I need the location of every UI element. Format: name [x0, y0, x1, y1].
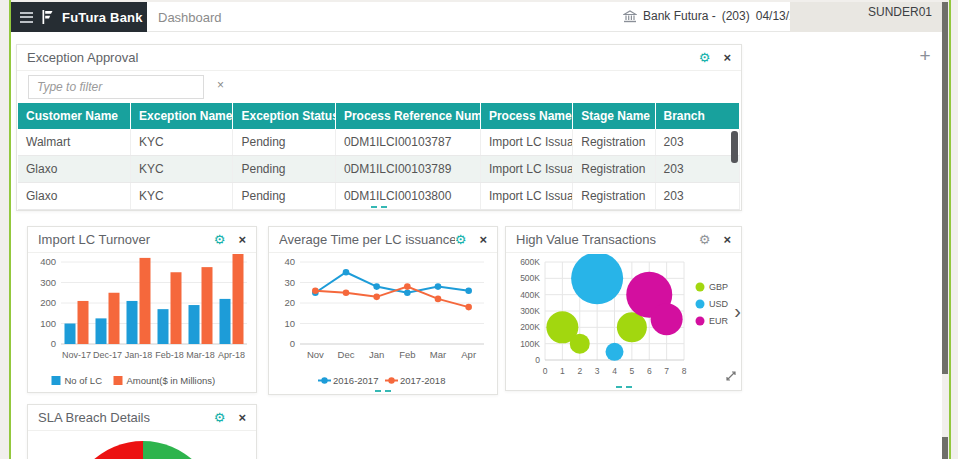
page-scrollbar-button[interactable] [942, 437, 948, 459]
expand-icon[interactable] [726, 367, 736, 385]
data-point[interactable] [404, 289, 411, 296]
svg-text:Dec: Dec [338, 349, 355, 360]
bar[interactable] [127, 301, 138, 344]
close-icon[interactable]: × [723, 233, 731, 246]
widget-high-value-transactions: High Value Transactions ⚙ × 012345678010… [505, 226, 742, 391]
svg-text:300: 300 [40, 277, 56, 288]
table-cell: Pending [233, 129, 335, 156]
table-row[interactable]: GlaxoKYCPending0DM1ILCI00103789Import LC… [18, 156, 740, 183]
bar[interactable] [220, 299, 231, 344]
widget-title: Exception Approval [27, 50, 699, 65]
resize-handle[interactable] [375, 390, 391, 392]
bar[interactable] [189, 305, 200, 344]
column-header[interactable]: Exception Name [131, 103, 233, 129]
close-icon[interactable]: × [479, 233, 487, 246]
username[interactable]: SUNDER01 [868, 5, 932, 19]
pie-chart [68, 441, 218, 459]
filter-row: × [17, 71, 741, 103]
resize-handle[interactable] [371, 206, 387, 208]
settings-gear-icon[interactable]: ⚙ [214, 233, 226, 246]
settings-gear-icon[interactable]: ⚙ [214, 411, 226, 424]
bubble[interactable] [571, 254, 623, 304]
close-icon[interactable]: × [238, 411, 246, 424]
settings-gear-icon[interactable]: ⚙ [699, 233, 711, 246]
bar[interactable] [171, 272, 182, 344]
data-point[interactable] [465, 304, 472, 311]
svg-text:1: 1 [560, 366, 565, 376]
legend-item[interactable]: Amount($ in Millions) [114, 375, 216, 386]
column-header[interactable]: Branch [655, 103, 739, 129]
column-header[interactable]: Process Name [480, 103, 572, 129]
data-point[interactable] [343, 289, 350, 296]
resize-handle[interactable] [616, 386, 632, 388]
svg-text:Jan: Jan [369, 349, 384, 360]
bank-selector[interactable]: Bank Futura - (203) 04/13/18 [623, 9, 802, 23]
legend-item[interactable]: 2016-2017 [318, 375, 378, 386]
settings-gear-icon[interactable]: ⚙ [455, 233, 467, 246]
table-row[interactable]: WalmartKYCPending0DM1ILCI00103787Import … [18, 129, 740, 156]
menu-icon[interactable] [20, 9, 33, 25]
legend-item[interactable]: 2017-2018 [385, 375, 445, 386]
svg-text:No of LC: No of LC [65, 375, 103, 386]
close-icon[interactable]: × [238, 233, 246, 246]
chart-svg: 010203040NovDecJanFebMarApr2016-20172017… [272, 254, 494, 390]
user-area: SUNDER01 [790, 2, 942, 32]
bubble-chart: 0123456780100K200K300K400K500K600KGBPUSD… [509, 254, 740, 388]
bubble[interactable] [651, 303, 683, 335]
clear-filter-icon[interactable]: × [217, 78, 224, 92]
table-cell: Import LC Issuance [480, 129, 572, 156]
legend-item[interactable]: GBP [696, 282, 729, 292]
page-scrollbar[interactable] [942, 2, 948, 374]
svg-text:Apr: Apr [461, 349, 476, 360]
carousel-next-icon[interactable]: › [734, 301, 741, 321]
bar[interactable] [78, 301, 89, 344]
settings-gear-icon[interactable]: ⚙ [699, 51, 711, 64]
svg-text:Jan-18: Jan-18 [125, 350, 153, 360]
bubble[interactable] [570, 334, 590, 354]
svg-text:0: 0 [290, 338, 295, 349]
data-point[interactable] [404, 283, 411, 290]
bubble[interactable] [617, 312, 647, 342]
data-point[interactable] [373, 283, 380, 290]
brand-block: FuTura Bank [11, 2, 147, 32]
data-point[interactable] [435, 296, 442, 303]
bar[interactable] [202, 267, 213, 344]
table-scrollbar[interactable] [731, 131, 738, 163]
svg-text:6: 6 [647, 366, 652, 376]
widget-avg-time-lc: Average Time per LC issuance (Mins) ⚙ × … [268, 226, 498, 395]
column-header[interactable]: Process Reference Number [335, 103, 480, 129]
widget-title: Average Time per LC issuance (Mins) [279, 232, 455, 247]
data-point[interactable] [373, 294, 380, 301]
table-head: Customer NameException NameException Sta… [18, 103, 740, 129]
bar[interactable] [96, 318, 107, 344]
legend-item[interactable]: USD [696, 299, 729, 309]
column-header[interactable]: Exception Status [233, 103, 335, 129]
data-point[interactable] [312, 287, 319, 294]
data-point[interactable] [435, 283, 442, 290]
data-point[interactable] [465, 287, 472, 294]
bar[interactable] [65, 324, 76, 345]
bar[interactable] [233, 254, 244, 344]
add-widget-button[interactable]: + [914, 45, 936, 67]
bubble[interactable] [606, 343, 624, 361]
column-header[interactable]: Stage Name [573, 103, 655, 129]
svg-text:Dec-17: Dec-17 [93, 350, 122, 360]
window-frame-right [949, 0, 951, 459]
bar[interactable] [109, 293, 120, 344]
bar[interactable] [158, 309, 169, 344]
legend-item[interactable]: No of LC [52, 375, 103, 386]
bar[interactable] [140, 258, 151, 344]
column-header[interactable]: Customer Name [18, 103, 131, 129]
svg-text:Amount($ in Millions): Amount($ in Millions) [127, 375, 216, 386]
widget-sla-breach-details: SLA Breach Details ⚙ × [27, 404, 257, 459]
svg-text:400: 400 [40, 256, 56, 267]
exception-table: Customer NameException NameException Sta… [18, 103, 740, 210]
data-point[interactable] [343, 269, 350, 276]
table-cell: Pending [233, 183, 335, 210]
table-cell: Registration [573, 129, 655, 156]
svg-text:0: 0 [543, 366, 548, 376]
close-icon[interactable]: × [723, 51, 731, 64]
legend-item[interactable]: EUR [696, 316, 729, 326]
filter-input[interactable] [28, 75, 204, 99]
svg-text:Feb: Feb [399, 349, 415, 360]
